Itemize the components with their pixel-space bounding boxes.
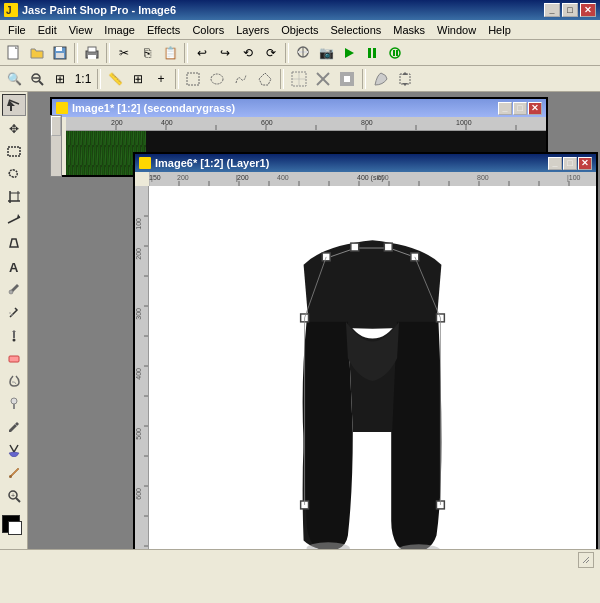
- select-circle-tool[interactable]: [206, 68, 228, 90]
- image1-maximize[interactable]: □: [513, 102, 527, 115]
- menu-effects[interactable]: Effects: [141, 22, 186, 38]
- vscroll-thumb[interactable]: [51, 116, 61, 136]
- new-button[interactable]: [3, 42, 25, 64]
- tool-colorpicker[interactable]: [2, 462, 26, 484]
- camera-button[interactable]: 📷: [315, 42, 337, 64]
- tool-crop[interactable]: [2, 186, 26, 208]
- menu-colors[interactable]: Colors: [186, 22, 230, 38]
- invert-selection-button[interactable]: [336, 68, 358, 90]
- svg-text:300: 300: [135, 308, 142, 320]
- tool-clone[interactable]: [2, 324, 26, 346]
- canvas-area[interactable]: Image1* [1:2] (secondarygrass) _ □ ✕: [28, 92, 600, 549]
- menu-masks[interactable]: Masks: [387, 22, 431, 38]
- tool-arrow[interactable]: [2, 94, 26, 116]
- script-button1[interactable]: [338, 42, 360, 64]
- background-color[interactable]: [8, 521, 22, 535]
- save-button[interactable]: [49, 42, 71, 64]
- tool-fill[interactable]: [2, 439, 26, 461]
- tool-eraser[interactable]: [2, 347, 26, 369]
- zoom-in-button[interactable]: 🔍: [3, 68, 25, 90]
- svg-rect-22: [187, 73, 199, 85]
- tool-airbrush[interactable]: [2, 301, 26, 323]
- image1-title-text: Image1* [1:2] (secondarygrass): [72, 102, 235, 114]
- actual-size-button[interactable]: 1:1: [72, 68, 94, 90]
- feather-button[interactable]: [370, 68, 392, 90]
- svg-text:+: +: [11, 492, 15, 499]
- print-button[interactable]: [81, 42, 103, 64]
- status-resize[interactable]: [578, 552, 594, 568]
- image6-maximize[interactable]: □: [563, 157, 577, 170]
- color-swatches[interactable]: [2, 515, 26, 547]
- toggle-rulers-button[interactable]: 📏: [104, 68, 126, 90]
- tool-move[interactable]: ✥: [2, 117, 26, 139]
- image1-vscroll[interactable]: [50, 115, 62, 177]
- svg-rect-15: [373, 48, 376, 58]
- maximize-button[interactable]: □: [562, 3, 578, 17]
- expand-button[interactable]: [394, 68, 416, 90]
- sep8: [362, 69, 366, 89]
- image1-close[interactable]: ✕: [528, 102, 542, 115]
- svg-rect-31: [344, 76, 350, 82]
- svg-rect-59: [57, 103, 67, 113]
- menu-selections[interactable]: Selections: [325, 22, 388, 38]
- menu-objects[interactable]: Objects: [275, 22, 324, 38]
- image6-minimize[interactable]: _: [548, 157, 562, 170]
- redo-button[interactable]: ↪: [214, 42, 236, 64]
- polygonal-tool[interactable]: [254, 68, 276, 90]
- close-button[interactable]: ✕: [580, 3, 596, 17]
- script-button2[interactable]: [361, 42, 383, 64]
- menu-bar: File Edit View Image Effects Colors Laye…: [0, 20, 600, 40]
- toggle-grid-button[interactable]: ⊞: [127, 68, 149, 90]
- select-none-button[interactable]: [312, 68, 334, 90]
- cut-button[interactable]: ✂: [113, 42, 135, 64]
- fit-button[interactable]: ⊞: [49, 68, 71, 90]
- tool-select-rect[interactable]: [2, 140, 26, 162]
- open-button[interactable]: [26, 42, 48, 64]
- menu-window[interactable]: Window: [431, 22, 482, 38]
- script-button3[interactable]: [384, 42, 406, 64]
- paste-button[interactable]: 📋: [159, 42, 181, 64]
- undo2-button[interactable]: ⟲: [237, 42, 259, 64]
- image1-minimize[interactable]: _: [498, 102, 512, 115]
- browse-button[interactable]: [292, 42, 314, 64]
- tool-paintbrush[interactable]: [2, 278, 26, 300]
- copy-button[interactable]: ⎘: [136, 42, 158, 64]
- image6-window[interactable]: Image6* [1:2] (Layer1) _ □ ✕: [133, 152, 598, 549]
- tool-perspective[interactable]: [2, 232, 26, 254]
- tool-lasso[interactable]: [2, 163, 26, 185]
- app-title: Jasc Paint Shop Pro - Image6: [22, 4, 176, 16]
- menu-layers[interactable]: Layers: [230, 22, 275, 38]
- svg-text:500: 500: [135, 428, 142, 440]
- menu-view[interactable]: View: [63, 22, 99, 38]
- select-all-button[interactable]: [288, 68, 310, 90]
- menu-image[interactable]: Image: [98, 22, 141, 38]
- tool-pen[interactable]: [2, 416, 26, 438]
- undo-button[interactable]: ↩: [191, 42, 213, 64]
- select-rect-tool[interactable]: [182, 68, 204, 90]
- tool-zoom[interactable]: +: [2, 485, 26, 507]
- redo2-button[interactable]: ⟳: [260, 42, 282, 64]
- svg-text:200: 200: [177, 174, 189, 181]
- tool-smudge[interactable]: [2, 370, 26, 392]
- menu-file[interactable]: File: [2, 22, 32, 38]
- tool-straighten[interactable]: [2, 209, 26, 231]
- menu-edit[interactable]: Edit: [32, 22, 63, 38]
- image1-title-bar[interactable]: Image1* [1:2] (secondarygrass) _ □ ✕: [52, 99, 546, 117]
- image6-canvas[interactable]: [149, 186, 596, 549]
- toolbar3-group: [182, 68, 416, 90]
- svg-line-43: [8, 217, 20, 223]
- minimize-button[interactable]: _: [544, 3, 560, 17]
- tool-dodge[interactable]: [2, 393, 26, 415]
- image6-close[interactable]: ✕: [578, 157, 592, 170]
- svg-rect-8: [88, 47, 96, 52]
- image6-title-bar[interactable]: Image6* [1:2] (Layer1) _ □ ✕: [135, 154, 596, 172]
- freehand-tool[interactable]: [230, 68, 252, 90]
- svg-text:600: 600: [377, 174, 389, 181]
- toggle-guides-button[interactable]: +: [150, 68, 172, 90]
- svg-text:|100: |100: [567, 174, 581, 182]
- menu-help[interactable]: Help: [482, 22, 517, 38]
- svg-text:400: 400: [135, 368, 142, 380]
- tool-text[interactable]: A: [2, 255, 26, 277]
- svg-text:A: A: [9, 260, 19, 273]
- zoom-out-button[interactable]: [26, 68, 48, 90]
